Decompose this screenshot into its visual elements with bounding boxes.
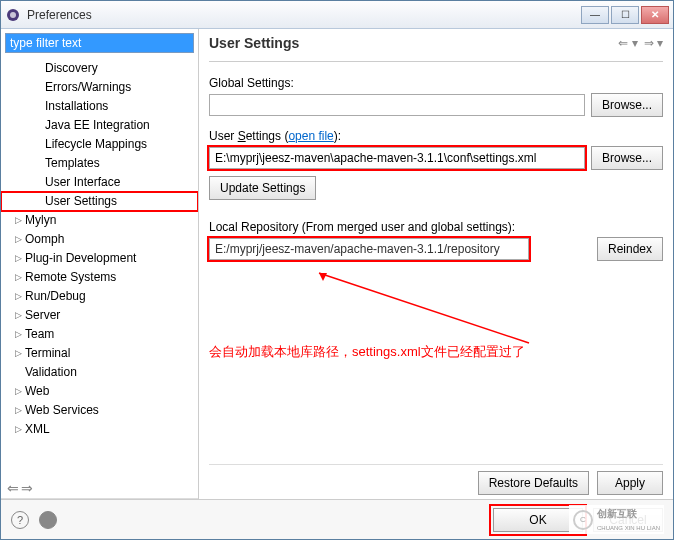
- global-browse-button[interactable]: Browse...: [591, 93, 663, 117]
- tree-item-label: Errors/Warnings: [45, 79, 131, 96]
- tree-scroll-arrows: ⇐ ⇒: [1, 476, 198, 499]
- svg-marker-3: [319, 273, 327, 281]
- nav-arrows: ⇐ ▾ ⇒ ▾: [618, 36, 663, 50]
- tree-item-label: Terminal: [25, 345, 70, 362]
- right-arrow-icon[interactable]: ⇒: [21, 480, 33, 496]
- apply-button[interactable]: Apply: [597, 471, 663, 495]
- open-file-link[interactable]: open file: [288, 129, 333, 143]
- caret-icon: ▷: [13, 250, 23, 267]
- tree-item[interactable]: Installations: [1, 97, 198, 116]
- caret-icon: ▷: [13, 383, 23, 400]
- tree-item[interactable]: ▷Web Services: [1, 401, 198, 420]
- watermark-icon: C: [573, 510, 593, 530]
- page-title: User Settings: [209, 35, 618, 51]
- window-title: Preferences: [27, 8, 581, 22]
- tree-item[interactable]: ▷Run/Debug: [1, 287, 198, 306]
- svg-line-2: [319, 273, 529, 343]
- caret-icon: ▷: [13, 269, 23, 286]
- caret-icon: ▷: [13, 345, 23, 362]
- tree: DiscoveryErrors/WarningsInstallationsJav…: [1, 57, 198, 476]
- tree-item-label: Team: [25, 326, 54, 343]
- tree-item[interactable]: ▷Plug-in Development: [1, 249, 198, 268]
- caret-icon: ▷: [13, 212, 23, 229]
- tree-item[interactable]: ▷Oomph: [1, 230, 198, 249]
- tree-item-label: Oomph: [25, 231, 64, 248]
- titlebar: Preferences — ☐ ✕: [1, 1, 673, 29]
- help-icon[interactable]: ?: [11, 511, 29, 529]
- import-export-icon[interactable]: [39, 511, 57, 529]
- tree-item[interactable]: ▷Team: [1, 325, 198, 344]
- caret-icon: ▷: [13, 231, 23, 248]
- tree-item-label: Web Services: [25, 402, 99, 419]
- main-panel: User Settings ⇐ ▾ ⇒ ▾ Global Settings: B…: [199, 29, 673, 499]
- left-arrow-icon[interactable]: ⇐: [7, 480, 19, 496]
- tree-item-label: User Interface: [45, 174, 120, 191]
- tree-item[interactable]: Templates: [1, 154, 198, 173]
- tree-item-label: Web: [25, 383, 49, 400]
- app-icon: [5, 7, 21, 23]
- local-repo-input[interactable]: [209, 238, 529, 260]
- user-settings-input[interactable]: [209, 147, 585, 169]
- tree-item-label: Plug-in Development: [25, 250, 136, 267]
- tree-item-label: User Settings: [45, 193, 117, 210]
- tree-item[interactable]: Discovery: [1, 59, 198, 78]
- svg-point-1: [10, 12, 16, 18]
- tree-item-label: Lifecycle Mappings: [45, 136, 147, 153]
- caret-icon: ▷: [13, 326, 23, 343]
- global-settings-label: Global Settings:: [209, 76, 663, 90]
- reindex-button[interactable]: Reindex: [597, 237, 663, 261]
- tree-item-label: Remote Systems: [25, 269, 116, 286]
- caret-icon: ▷: [13, 421, 23, 438]
- tree-item-label: Server: [25, 307, 60, 324]
- tree-item-label: Templates: [45, 155, 100, 172]
- tree-item-label: XML: [25, 421, 50, 438]
- tree-item-label: Java EE Integration: [45, 117, 150, 134]
- annotation-arrow: [209, 267, 663, 307]
- tree-item[interactable]: ▷Web: [1, 382, 198, 401]
- tree-item[interactable]: ▷Server: [1, 306, 198, 325]
- caret-icon: ▷: [13, 307, 23, 324]
- tree-item[interactable]: ▷Remote Systems: [1, 268, 198, 287]
- back-icon[interactable]: ⇐ ▾: [618, 36, 637, 50]
- tree-item[interactable]: ▷XML: [1, 420, 198, 439]
- minimize-button[interactable]: —: [581, 6, 609, 24]
- watermark: C 创新互联CHUANG XIN HU LIAN: [569, 505, 664, 534]
- tree-item-label: Discovery: [45, 60, 98, 77]
- restore-defaults-button[interactable]: Restore Defaults: [478, 471, 589, 495]
- forward-icon[interactable]: ⇒ ▾: [644, 36, 663, 50]
- close-button[interactable]: ✕: [641, 6, 669, 24]
- tree-item[interactable]: Validation: [1, 363, 198, 382]
- tree-item[interactable]: ▷Mylyn: [1, 211, 198, 230]
- user-settings-label: User Settings (open file):: [209, 129, 663, 143]
- tree-item-label: Installations: [45, 98, 108, 115]
- global-settings-input[interactable]: [209, 94, 585, 116]
- tree-item[interactable]: Java EE Integration: [1, 116, 198, 135]
- tree-item-label: Mylyn: [25, 212, 56, 229]
- user-browse-button[interactable]: Browse...: [591, 146, 663, 170]
- sidebar: DiscoveryErrors/WarningsInstallationsJav…: [1, 29, 199, 499]
- caret-icon: ▷: [13, 288, 23, 305]
- caret-icon: ▷: [13, 402, 23, 419]
- tree-item[interactable]: ▷Terminal: [1, 344, 198, 363]
- tree-item[interactable]: Lifecycle Mappings: [1, 135, 198, 154]
- tree-item-label: Validation: [25, 364, 77, 381]
- local-repo-label: Local Repository (From merged user and g…: [209, 220, 663, 234]
- tree-item[interactable]: User Interface: [1, 173, 198, 192]
- tree-item[interactable]: User Settings: [1, 192, 198, 211]
- filter-input[interactable]: [5, 33, 194, 53]
- update-settings-button[interactable]: Update Settings: [209, 176, 316, 200]
- tree-item[interactable]: Errors/Warnings: [1, 78, 198, 97]
- maximize-button[interactable]: ☐: [611, 6, 639, 24]
- tree-item-label: Run/Debug: [25, 288, 86, 305]
